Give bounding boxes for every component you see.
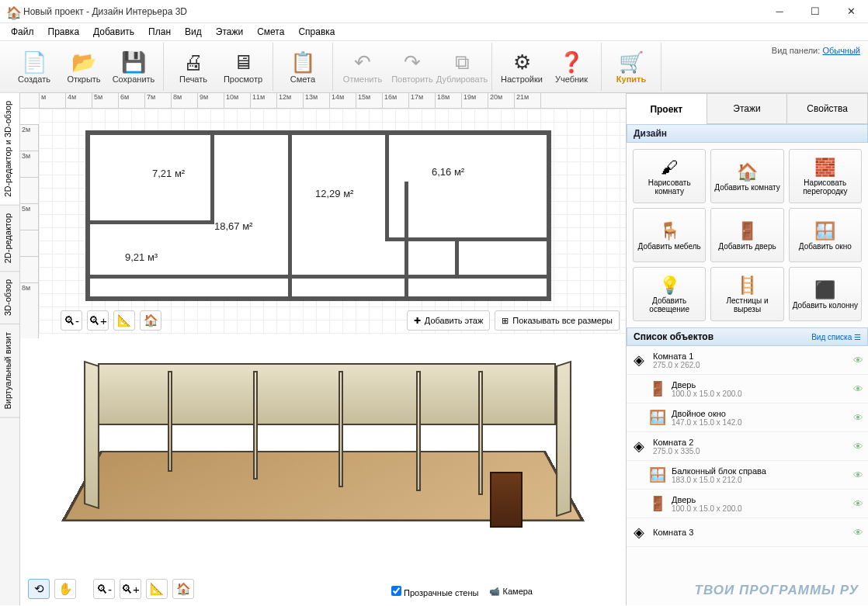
workspace: м4м5м6м7м8м9м10м11м12м13м14м15м16м17м18м… [20,93,626,605]
preview-icon: 🖥 [231,50,255,74]
tool-Добавить-окно[interactable]: 🪟Добавить окно [789,208,862,262]
menu-Этажи[interactable]: Этажи [210,25,249,39]
tool-Лестницы-и-вырезы[interactable]: 🪜Лестницы и вырезы [710,267,783,321]
tool-Добавить-комнату[interactable]: 🏠Добавить комнату [710,149,783,203]
side-tab-1[interactable]: 2D-редактор [0,206,19,272]
home-button[interactable]: 🏠 [140,310,161,331]
objects-list: ◈Комната 1275.0 x 262.0👁🚪Дверь100.0 x 15… [627,346,868,605]
tool-Добавить-колонну[interactable]: ⬛Добавить колонну [789,267,862,321]
tool-Добавить-мебель[interactable]: 🪑Добавить мебель [633,208,706,262]
object-item[interactable]: 🪟Двойное окно147.0 x 15.0 x 142.0👁 [627,403,868,432]
toolbar-dup-button: ⧉Дублировать [437,44,487,89]
plan-tools: 🔍︎- 🔍︎+ 📐 🏠 [61,310,161,331]
right-panel: ПроектЭтажиСвойства Дизайн 🖌Нарисовать к… [626,93,868,605]
show-dimensions-button[interactable]: ⊞ Показывать все размеры [495,310,620,331]
add-floor-button[interactable]: ✚ Добавить этаж [407,310,490,331]
room-label: 12,29 м² [315,188,353,199]
panel-mode: Вид панели: Обычный [772,46,860,55]
door-3d [490,472,523,528]
zoom-in-button[interactable]: 🔍︎+ [87,310,109,331]
menu-Вид[interactable]: Вид [179,25,208,39]
object-item[interactable]: ◈Комната 2275.0 x 335.0👁 [627,432,868,461]
main-toolbar: 📄Создать📂Открыть💾Сохранить🖨Печать🖥Просмо… [0,40,868,93]
measure-3d-button[interactable]: 📐 [146,579,168,599]
close-button[interactable]: ✕ [840,5,862,17]
side-tab-0[interactable]: 2D-редактор и 3D-обзор [0,93,19,206]
visibility-icon[interactable]: 👁 [853,527,863,538]
side-tab-2[interactable]: 3D-обзор [0,272,19,324]
menu-Справка[interactable]: Справка [292,25,341,39]
tool-icon: 💡 [659,275,680,296]
object-item[interactable]: 🚪Дверь100.0 x 15.0 x 200.0👁 [627,490,868,518]
toolbar-help-button[interactable]: ❓Учебник [547,44,596,89]
visibility-icon[interactable]: 👁 [853,441,863,452]
zoom-out-3d-button[interactable]: 🔍︎- [93,579,115,599]
rtab-Этажи[interactable]: Этажи [707,93,788,124]
object-item[interactable]: ◈Комната 1275.0 x 262.0👁 [627,346,868,375]
object-item[interactable]: 🚪Дверь100.0 x 15.0 x 200.0👁 [627,375,868,403]
minimize-button[interactable]: ─ [769,5,790,17]
menu-Смета[interactable]: Смета [251,25,290,39]
room-label: 9,21 м³ [125,251,158,263]
toolbar-settings-button[interactable]: ⚙Настройки [497,44,547,89]
rotate-360-button[interactable]: ⟲ [28,579,50,599]
object-item[interactable]: ◈Комната 3👁 [627,518,868,547]
help-icon: ❓ [559,50,584,74]
view-3d[interactable]: ⟲ ✋ 🔍︎- 🔍︎+ 📐 🏠 Прозрачные стены 📹 Камер… [20,338,626,605]
view-list-link[interactable]: Вид списка ☰ [811,333,861,341]
object-icon: 🚪 [650,493,665,514]
object-icon: 🚪 [650,378,665,400]
rtab-Проект[interactable]: Проект [627,93,707,124]
tool-Нарисовать-комнату[interactable]: 🖌Нарисовать комнату [633,149,706,203]
objects-header-label: Список объектов [634,331,713,342]
measure-button[interactable]: 📐 [113,310,135,331]
toolbar-estimate-button[interactable]: 📋Смета [278,44,328,89]
settings-icon: ⚙ [509,50,534,74]
panel-mode-link[interactable]: Обычный [822,46,860,55]
camera-button[interactable]: 📹 Камера [489,587,533,597]
toolbar-save-button[interactable]: 💾Сохранить [109,44,158,89]
maximize-button[interactable]: ☐ [804,5,826,17]
pan-button[interactable]: ✋ [54,579,76,599]
toolbar-undo-button: ↶Отменить [338,44,387,89]
visibility-icon[interactable]: 👁 [853,383,863,395]
toolbar-preview-button[interactable]: 🖥Просмотр [218,44,268,89]
room-label: 6,16 м² [432,166,464,178]
object-icon: ◈ [631,349,647,371]
plan-2d-view[interactable]: 7,21 м²12,29 м²6,16 м²18,67 м²9,21 м³ 🔍︎… [39,109,626,334]
zoom-in-3d-button[interactable]: 🔍︎+ [120,579,141,599]
tool-icon: 🧱 [814,157,835,178]
toolbar-open-button[interactable]: 📂Открыть [59,44,109,89]
ruler-vertical: 2м3м5м8м [20,124,39,338]
tool-icon: 🚪 [737,220,758,242]
tool-Нарисовать-перегородку[interactable]: 🧱Нарисовать перегородку [789,149,862,203]
tool-Добавить-освещение[interactable]: 💡Добавить освещение [633,267,706,321]
object-icon: ◈ [631,435,647,457]
dup-icon: ⧉ [450,50,474,74]
right-tabs: ПроектЭтажиСвойства [627,93,868,124]
window-controls: ─ ☐ ✕ [769,5,862,17]
object-item[interactable]: 🪟Балконный блок справа183.0 x 15.0 x 212… [627,461,868,490]
visibility-icon[interactable]: 👁 [853,355,863,366]
rtab-Свойства[interactable]: Свойства [787,93,868,124]
toolbar-print-button[interactable]: 🖨Печать [168,44,218,89]
visibility-icon[interactable]: 👁 [853,469,863,481]
titlebar: 🏠 Новый проект - Дизайн Интерьера 3D ─ ☐… [0,0,868,23]
tool-icon: 🪑 [659,220,680,242]
home-3d-button[interactable]: 🏠 [172,579,194,599]
menu-План[interactable]: План [142,25,177,39]
toolbar-redo-button: ↷Повторить [387,44,437,89]
transparent-walls-checkbox[interactable]: Прозрачные стены [391,586,479,597]
toolbar-buy-button[interactable]: 🛒Купить [606,44,656,89]
visibility-icon[interactable]: 👁 [853,498,863,510]
visibility-icon[interactable]: 👁 [853,412,863,424]
tool-Добавить-дверь[interactable]: 🚪Добавить дверь [710,208,783,262]
zoom-out-button[interactable]: 🔍︎- [61,310,82,331]
floorplan[interactable]: 7,21 м²12,29 м²6,16 м²18,67 м²9,21 м³ [85,130,551,301]
menu-Добавить[interactable]: Добавить [87,25,141,39]
objects-section-header: Список объектов Вид списка ☰ [627,327,868,346]
menu-Файл[interactable]: Файл [5,25,40,39]
menu-Правка[interactable]: Правка [42,25,86,39]
toolbar-create-button[interactable]: 📄Создать [9,44,59,89]
side-tab-3[interactable]: Виртуальный визит [0,324,19,418]
